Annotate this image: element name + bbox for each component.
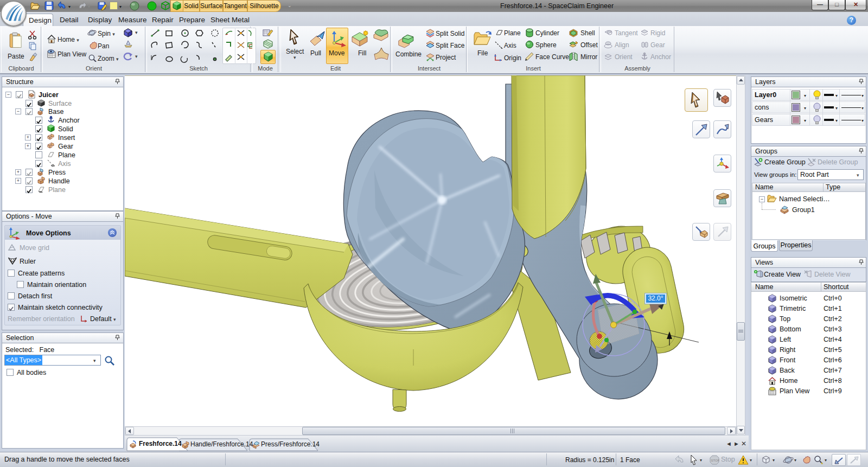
svg-text:STOP: STOP xyxy=(711,459,720,462)
svg-text:x: x xyxy=(11,259,13,263)
